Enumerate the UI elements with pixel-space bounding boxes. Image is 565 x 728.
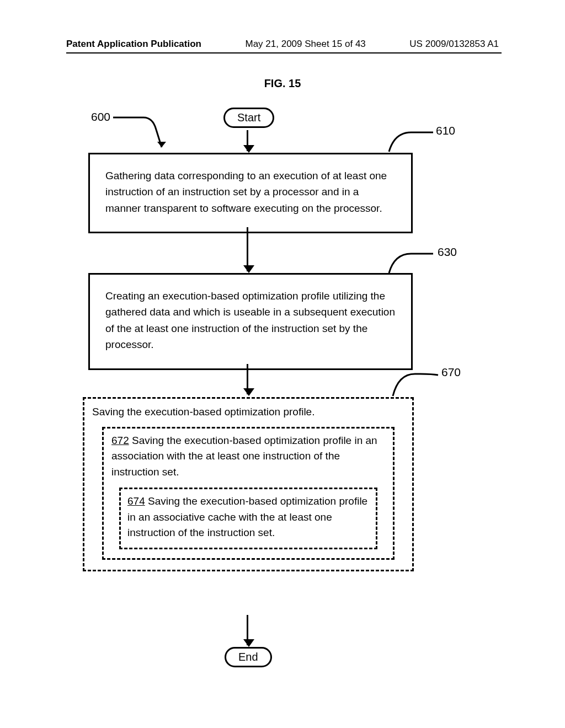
process-step-610: Gathering data corresponding to an execu… (88, 153, 413, 233)
ref-630-curve (389, 248, 439, 276)
optional-step-674: 674 Saving the execution-based optimizat… (119, 488, 377, 549)
ref-600-pointer (113, 113, 179, 157)
header-publication-number: US 2009/0132853 A1 (409, 39, 499, 50)
ref-number-610: 610 (436, 124, 455, 137)
header-date-sheet: May 21, 2009 Sheet 15 of 43 (245, 39, 365, 50)
process-step-630: Creating an execution-based optimization… (88, 273, 413, 370)
start-terminator: Start (223, 108, 274, 128)
ref-610-curve (389, 127, 439, 154)
end-label: End (238, 651, 258, 663)
page-header: Patent Application Publication May 21, 2… (0, 39, 565, 50)
step-672-text: Saving the execution-based optimization … (111, 435, 377, 478)
ref-number-674: 674 (127, 495, 145, 507)
ref-670-curve (393, 368, 443, 399)
step-610-text: Gathering data corresponding to an execu… (105, 170, 387, 214)
ref-number-672: 672 (111, 435, 129, 446)
ref-number-670: 670 (441, 366, 461, 379)
header-divider (66, 52, 502, 53)
end-terminator: End (225, 647, 272, 667)
figure-title: FIG. 15 (0, 77, 565, 90)
page-root: Patent Application Publication May 21, 2… (0, 0, 565, 728)
optional-step-672: 672 Saving the execution-based optimizat… (102, 427, 395, 560)
arrow-610-to-630 (247, 227, 248, 271)
step-670-text: Saving the execution-based optimization … (92, 404, 404, 420)
ref-number-600: 600 (91, 110, 110, 124)
step-674-text: Saving the execution-based optimization … (127, 495, 367, 538)
ref-number-630: 630 (438, 245, 457, 259)
header-publication-label: Patent Application Publication (66, 39, 201, 50)
step-630-text: Creating an execution-based optimization… (105, 290, 395, 350)
optional-step-670: Saving the execution-based optimization … (83, 397, 414, 571)
start-label: Start (237, 111, 260, 124)
arrow-630-to-670 (247, 364, 248, 394)
svg-marker-0 (157, 142, 166, 147)
arrow-start-to-610 (247, 130, 248, 151)
arrow-670-to-end (247, 615, 248, 645)
